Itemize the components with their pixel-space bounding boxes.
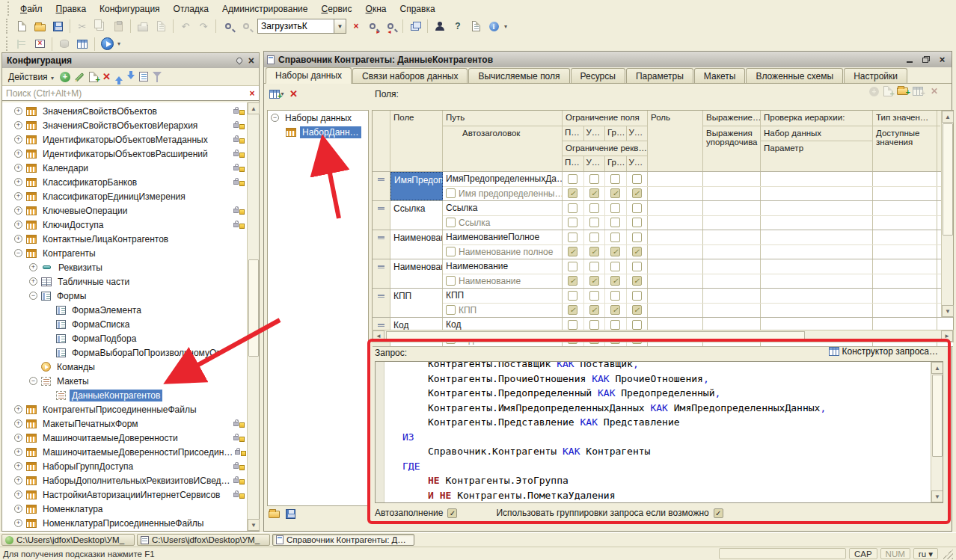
restriction-checkbox[interactable] <box>605 230 627 244</box>
restriction-checkbox[interactable] <box>605 201 627 215</box>
database-update-button[interactable] <box>56 37 73 52</box>
restriction-checkbox[interactable] <box>563 230 584 244</box>
autotitle-cell[interactable]: Ссылка <box>443 216 563 230</box>
column-expression-sub[interactable]: Выражения упорядочива <box>703 126 760 147</box>
restriction-checkbox[interactable] <box>563 259 584 274</box>
windows-button[interactable] <box>407 19 423 34</box>
field-title-row[interactable]: Наименование✓✓✓✓ <box>443 274 953 289</box>
autotitle-checkbox[interactable] <box>446 218 456 227</box>
field-cell[interactable]: Наименован <box>390 230 443 259</box>
empty-cell[interactable] <box>761 230 873 244</box>
empty-cell[interactable] <box>873 201 937 215</box>
empty-cell[interactable] <box>761 289 873 303</box>
restriction-checkbox[interactable] <box>627 259 648 274</box>
expand-icon[interactable]: + <box>29 263 37 271</box>
expand-icon[interactable]: + <box>14 448 22 456</box>
configuration-search-clear-button[interactable]: × <box>245 88 259 99</box>
tab-Параметры[interactable]: Параметры <box>626 68 693 83</box>
add-dataset-button[interactable]: +▾ <box>269 87 285 102</box>
checkbox[interactable] <box>568 262 577 271</box>
field-cell[interactable]: Наименован <box>390 259 443 288</box>
menu-item-Окна[interactable]: Окна <box>359 1 393 16</box>
checkbox[interactable] <box>610 291 620 301</box>
checkbox[interactable] <box>589 262 599 271</box>
checkbox[interactable] <box>589 320 599 330</box>
sort-list-button[interactable] <box>139 72 148 81</box>
find-next-button[interactable] <box>364 19 381 34</box>
scroll-left-arrow[interactable]: ◄ <box>373 330 384 342</box>
row-marker[interactable] <box>373 259 390 288</box>
tab-Ресурсы[interactable]: Ресурсы <box>571 68 625 83</box>
restriction-checkbox[interactable] <box>584 230 606 244</box>
checkbox[interactable] <box>610 233 620 242</box>
delete-field-button[interactable]: ✕ <box>928 86 941 96</box>
field-row-Наименован[interactable]: НаименованНаименованиеНаименование✓✓✓✓ <box>373 259 953 289</box>
empty-cell[interactable] <box>873 289 937 303</box>
empty-cell[interactable] <box>761 187 873 201</box>
empty-cell[interactable] <box>703 187 761 201</box>
column-hierarchy-param[interactable]: Параметр <box>761 141 872 153</box>
autotitle-checkbox[interactable] <box>446 247 456 256</box>
column-value-type-sub[interactable]: Доступные значения <box>873 126 937 147</box>
field-cell[interactable]: ИмяПредопр <box>390 172 443 200</box>
field-cell[interactable]: Ссылка <box>390 201 443 230</box>
restriction-attr-checkbox[interactable]: ✓ <box>627 304 648 318</box>
restriction-checkbox[interactable] <box>563 289 584 303</box>
tree-item-Реквизиты[interactable]: +Реквизиты <box>2 260 247 274</box>
delete-button[interactable]: ✕ <box>102 72 111 81</box>
expand-icon[interactable]: + <box>14 206 22 215</box>
syntax-check-button[interactable] <box>432 19 448 34</box>
column-value-type[interactable]: Тип значен… <box>873 111 937 126</box>
checkbox[interactable] <box>632 291 642 301</box>
menu-item-Администрирование[interactable]: Администрирование <box>215 1 314 16</box>
checkbox[interactable]: ✓ <box>589 247 599 256</box>
checkbox[interactable] <box>610 320 620 330</box>
resize-grip[interactable] <box>943 549 953 559</box>
checkbox[interactable] <box>632 174 642 184</box>
undo-button[interactable]: ↶ <box>177 19 194 34</box>
checkbox[interactable] <box>589 233 599 242</box>
tree-item-КонтрагентыПрисоединенныеФайлы[interactable]: +КонтрагентыПрисоединенныеФайлы <box>2 402 247 416</box>
expand-icon[interactable]: + <box>14 135 22 144</box>
add-copy-button[interactable]: + <box>89 72 98 82</box>
flag-column-П…[interactable]: П… <box>563 126 584 141</box>
field-path-row[interactable]: ИмяПредопределенныхДа… <box>443 172 953 187</box>
tree-item-ЗначенияСвойствОбъектов[interactable]: +ЗначенияСвойствОбъектов <box>2 104 247 118</box>
tab-Наборы данных[interactable]: Наборы данных <box>266 67 352 84</box>
empty-cell[interactable] <box>703 274 761 289</box>
path-cell[interactable]: НаименованиеПолное <box>443 230 563 244</box>
autotitle-checkbox[interactable] <box>446 305 456 315</box>
expand-icon[interactable]: + <box>14 505 22 513</box>
checkbox[interactable] <box>568 203 577 213</box>
empty-cell[interactable] <box>648 216 703 230</box>
checkbox[interactable]: ✓ <box>610 188 620 198</box>
minimize-button[interactable] <box>903 54 916 65</box>
expand-icon[interactable]: + <box>14 462 22 470</box>
column-restriction[interactable]: Ограничение поля <box>563 111 647 126</box>
empty-cell[interactable] <box>648 245 703 259</box>
empty-cell[interactable] <box>703 289 761 303</box>
empty-cell[interactable] <box>761 216 873 230</box>
checkbox[interactable] <box>568 291 577 301</box>
restriction-attr-checkbox[interactable] <box>584 216 606 230</box>
restriction-attr-checkbox[interactable]: ✓ <box>627 245 648 259</box>
checkbox[interactable] <box>632 320 642 330</box>
restriction-attr-checkbox[interactable]: ✓ <box>605 304 627 318</box>
field-title-row[interactable]: КПП✓✓✓✓ <box>443 304 953 318</box>
expand-icon[interactable]: + <box>14 121 22 129</box>
column-field[interactable]: Поле <box>390 111 442 122</box>
restriction-attr-checkbox[interactable]: ✓ <box>584 245 606 259</box>
collapse-icon[interactable]: − <box>29 377 37 385</box>
new-document-button[interactable] <box>13 19 30 34</box>
checkbox[interactable]: ✓ <box>610 276 620 286</box>
scroll-down-arrow[interactable]: ▼ <box>248 519 260 531</box>
checkbox[interactable]: ✓ <box>568 276 577 286</box>
restriction-attr-checkbox[interactable]: ✓ <box>605 274 627 289</box>
tree-item-Формы[interactable]: −Формы <box>2 289 247 303</box>
tree-item-Табличные части[interactable]: +Табличные части <box>2 274 247 289</box>
restriction-attr-checkbox[interactable]: ✓ <box>584 274 606 289</box>
menu-item-Файл[interactable]: Файл <box>13 1 49 16</box>
about-button[interactable]: i <box>485 19 502 34</box>
field-path-row[interactable]: Наименование <box>443 259 953 274</box>
flag-column-Гр…[interactable]: Гр… <box>605 126 627 141</box>
